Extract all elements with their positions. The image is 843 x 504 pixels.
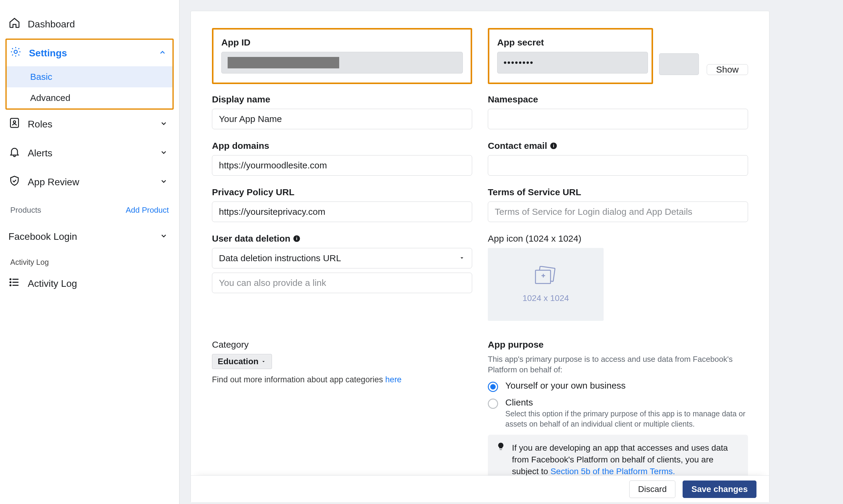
save-changes-button[interactable]: Save changes	[683, 481, 756, 498]
app-purpose-label: App purpose	[488, 340, 748, 350]
user-data-deletion-label: User data deletion i	[212, 233, 472, 244]
info-icon[interactable]: i	[550, 141, 557, 151]
sidebar-item-label: Activity Log	[28, 278, 77, 289]
sidebar-item-label: Settings	[29, 48, 67, 59]
app-secret-value[interactable]: ••••••••	[497, 52, 648, 73]
contact-email-label: Contact email i	[488, 141, 748, 151]
app-secret-label: App secret	[497, 37, 648, 48]
radio-self-label: Yourself or your own business	[505, 380, 625, 391]
gear-icon	[10, 46, 22, 60]
app-icon-upload[interactable]: 1024 x 1024	[488, 248, 604, 321]
contact-email-input[interactable]	[488, 155, 748, 176]
select-value: Data deletion instructions URL	[219, 253, 341, 263]
svg-point-3	[10, 279, 11, 280]
privacy-url-input[interactable]	[212, 201, 472, 222]
namespace-input[interactable]	[488, 109, 748, 129]
products-heading: Products	[10, 205, 41, 215]
chevron-down-icon	[160, 177, 168, 188]
add-product-link[interactable]: Add Product	[126, 205, 169, 215]
user-data-deletion-select[interactable]: Data deletion instructions URL	[212, 248, 472, 268]
sidebar-settings-highlight: Settings Basic Advanced	[5, 39, 174, 110]
shield-check-icon	[8, 175, 20, 189]
main-area: App ID App secret •••••••• Show	[180, 0, 843, 504]
chevron-down-icon	[160, 119, 168, 130]
sidebar-item-app-review[interactable]: App Review	[0, 167, 179, 196]
sidebar-item-dashboard[interactable]: Dashboard	[0, 10, 179, 39]
tos-url-input[interactable]	[488, 201, 748, 222]
sidebar-item-facebook-login[interactable]: Facebook Login	[0, 224, 179, 249]
category-help: Find out more information about app cate…	[212, 375, 472, 384]
sidebar-item-label: Roles	[28, 119, 52, 130]
radio-self[interactable]	[488, 382, 498, 392]
products-heading-row: Products Add Product	[0, 196, 179, 224]
app-id-highlight: App ID	[212, 28, 472, 84]
svg-point-2	[13, 121, 16, 123]
app-icon-hint: 1024 x 1024	[522, 293, 569, 303]
list-icon	[8, 276, 20, 291]
sidebar-subitem-basic[interactable]: Basic	[7, 66, 172, 87]
display-name-input[interactable]	[212, 109, 472, 129]
app-domains-label: App domains	[212, 141, 472, 151]
sidebar-item-label: Dashboard	[28, 19, 75, 30]
app-secret-value-overflow	[659, 53, 699, 75]
svg-text:i: i	[296, 236, 297, 241]
contact-email-label-text: Contact email	[488, 141, 547, 151]
sidebar-item-label: Facebook Login	[8, 231, 77, 242]
sidebar-item-roles[interactable]: Roles	[0, 110, 179, 139]
caret-down-icon	[261, 357, 266, 366]
namespace-label: Namespace	[488, 94, 748, 105]
category-select[interactable]: Education	[212, 354, 272, 369]
roles-icon	[8, 117, 20, 131]
radio-clients[interactable]	[488, 399, 498, 409]
chevron-down-icon	[160, 231, 168, 242]
activity-log-heading: Activity Log	[0, 249, 179, 269]
info-icon[interactable]: i	[293, 233, 300, 244]
category-help-link[interactable]: here	[385, 375, 401, 384]
bell-icon	[8, 146, 20, 160]
image-plus-icon	[533, 266, 558, 288]
sidebar-item-alerts[interactable]: Alerts	[0, 139, 179, 167]
footer-bar: Discard Save changes	[191, 475, 769, 503]
sidebar: Dashboard Settings Basic Advanced	[0, 0, 180, 504]
category-label: Category	[212, 340, 472, 350]
platform-terms-link[interactable]: Section 5b of the Platform Terms.	[551, 467, 675, 476]
tos-url-label: Terms of Service URL	[488, 187, 748, 197]
svg-point-4	[10, 282, 11, 283]
display-name-label: Display name	[212, 94, 472, 105]
user-data-deletion-label-text: User data deletion	[212, 233, 290, 244]
radio-clients-label: Clients	[505, 397, 748, 408]
show-secret-button[interactable]: Show	[707, 64, 748, 75]
sidebar-item-settings[interactable]: Settings	[7, 40, 172, 66]
svg-text:i: i	[553, 143, 554, 148]
svg-point-0	[14, 50, 17, 54]
purpose-option-clients[interactable]: Clients Select this option if the primar…	[488, 397, 748, 429]
app-id-label: App ID	[221, 37, 463, 48]
home-icon	[8, 17, 20, 31]
app-id-redacted	[228, 57, 339, 68]
lightbulb-icon	[496, 442, 505, 478]
discard-button[interactable]: Discard	[629, 481, 675, 498]
app-icon-label: App icon (1024 x 1024)	[488, 233, 748, 244]
sidebar-item-label: App Review	[28, 177, 79, 188]
app-id-value[interactable]	[221, 52, 463, 73]
chevron-down-icon	[160, 148, 168, 159]
sidebar-item-activity-log[interactable]: Activity Log	[0, 269, 179, 298]
radio-clients-desc: Select this option if the primary purpos…	[505, 409, 748, 429]
app-domains-input[interactable]	[212, 155, 472, 176]
settings-card: App ID App secret •••••••• Show	[191, 11, 770, 503]
app-purpose-desc: This app's primary purpose is to access …	[488, 354, 748, 375]
svg-point-5	[10, 285, 11, 286]
sidebar-item-label: Alerts	[28, 148, 52, 159]
sidebar-subitem-advanced[interactable]: Advanced	[7, 87, 172, 108]
caret-down-icon	[459, 253, 465, 263]
user-data-deletion-link-input[interactable]	[212, 273, 472, 293]
category-value: Education	[218, 357, 258, 366]
category-help-text: Find out more information about app cate…	[212, 375, 385, 384]
chevron-up-icon	[159, 48, 167, 59]
privacy-url-label: Privacy Policy URL	[212, 187, 472, 197]
purpose-option-self[interactable]: Yourself or your own business	[488, 380, 748, 392]
app-secret-highlight: App secret ••••••••	[488, 28, 653, 84]
